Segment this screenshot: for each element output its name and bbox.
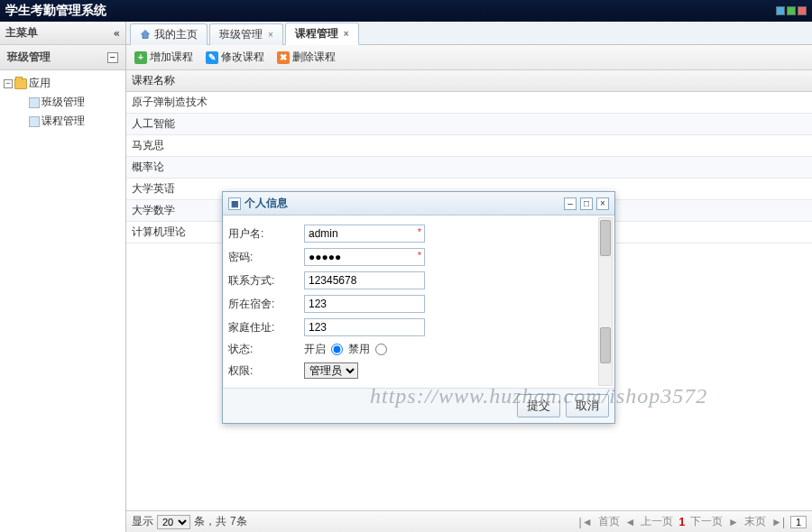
cell: 计算机理论: [132, 225, 186, 238]
sidebar-tree: − 应用 班级管理 课程管理: [0, 70, 125, 134]
tree-toggle-icon[interactable]: −: [4, 79, 13, 88]
dialog-footer: 提交 取消: [223, 388, 614, 423]
scroll-thumb-top[interactable]: [600, 220, 611, 256]
label-username: 用户名:: [228, 226, 304, 242]
form-row-address: 家庭住址:: [228, 318, 609, 336]
pager-next[interactable]: 下一页: [690, 514, 723, 529]
sidebar-accordion-header[interactable]: 班级管理 −: [0, 45, 125, 70]
radio-close-label: 禁用: [348, 342, 370, 357]
app-title: 学生考勤管理系统: [5, 3, 106, 19]
tree-root-label: 应用: [29, 76, 51, 91]
radio-open-label: 开启: [304, 342, 326, 357]
dorm-field[interactable]: [304, 295, 425, 313]
add-course-button[interactable]: + 增加课程: [132, 49, 196, 66]
address-field[interactable]: [304, 318, 425, 336]
delete-icon: ✖: [277, 51, 290, 64]
sidebar-title-bar: 主菜单 «: [0, 22, 125, 45]
plus-icon: +: [134, 51, 147, 64]
accordion-collapse-icon[interactable]: −: [107, 52, 118, 63]
theme-box-blue[interactable]: [776, 6, 785, 15]
tree-root[interactable]: − 应用: [0, 74, 125, 93]
pager-last[interactable]: 末页: [744, 514, 766, 529]
status-total-1: 条，共: [194, 514, 226, 529]
toolbar-label: 修改课程: [221, 50, 264, 65]
tab-close-icon[interactable]: ×: [344, 29, 349, 39]
scroll-thumb-bottom[interactable]: [600, 327, 611, 363]
tree-item-label: 班级管理: [42, 95, 85, 110]
status-show-label: 显示: [132, 514, 153, 529]
label-password: 密码:: [228, 250, 304, 265]
dialog-minimize-icon[interactable]: –: [564, 197, 577, 210]
header-indicator-boxes: [776, 6, 807, 15]
status-bar: 显示 20 条，共7条 |◄ 首页 ◄ 上一页 1 下一页 ► 末页 ►|: [126, 510, 812, 532]
tab-home[interactable]: 我的主页: [130, 23, 208, 45]
tree-item-course[interactable]: 课程管理: [0, 112, 125, 131]
sidebar: 主菜单 « 班级管理 − − 应用 班级管理 课程管理: [0, 22, 126, 532]
dialog-icon: ▦: [228, 197, 241, 210]
table-row[interactable]: 人工智能: [126, 114, 812, 135]
toolbar-label: 增加课程: [150, 50, 193, 65]
grid-header[interactable]: 课程名称: [126, 70, 812, 92]
tab-close-icon[interactable]: ×: [268, 30, 273, 40]
status-left: 显示 20 条，共7条: [132, 514, 247, 529]
pager-prev[interactable]: 上一页: [641, 514, 673, 529]
dialog-titlebar[interactable]: ▦ 个人信息 – □ ×: [223, 192, 614, 216]
delete-course-button[interactable]: ✖ 删除课程: [274, 49, 338, 66]
dialog-maximize-icon[interactable]: □: [580, 197, 593, 210]
password-field[interactable]: [304, 248, 425, 266]
grid-header-label: 课程名称: [132, 74, 175, 87]
pager-current: 1: [678, 516, 685, 528]
contact-field[interactable]: [304, 271, 425, 289]
table-row[interactable]: 马克思: [126, 135, 812, 157]
theme-box-red[interactable]: [798, 6, 807, 15]
form-row-role: 权限: 管理员: [228, 362, 609, 379]
dialog-scrollbar[interactable]: [598, 217, 613, 386]
label-status: 状态:: [228, 342, 304, 357]
home-icon: [140, 29, 151, 40]
sidebar-collapse-icon[interactable]: «: [114, 27, 120, 40]
pager-first[interactable]: 首页: [598, 514, 620, 529]
table-row[interactable]: 原子弹制造技术: [126, 92, 812, 114]
dialog-close-icon[interactable]: ×: [596, 197, 609, 210]
tab-class[interactable]: 班级管理 ×: [209, 23, 283, 45]
theme-box-green[interactable]: [787, 6, 796, 15]
status-open-radio[interactable]: [331, 344, 343, 355]
form-row-status: 状态: 开启 禁用: [228, 342, 609, 357]
cell: 概率论: [132, 161, 164, 173]
app-header: 学生考勤管理系统: [0, 0, 812, 22]
dialog-controls: – □ ×: [564, 197, 609, 210]
cell: 大学数学: [132, 204, 175, 216]
edit-course-button[interactable]: ✎ 修改课程: [203, 49, 267, 66]
label-dorm: 所在宿舍:: [228, 297, 304, 312]
cell: 大学英语: [132, 182, 175, 195]
toolbar-label: 删除课程: [292, 50, 336, 65]
status-close-radio[interactable]: [375, 344, 387, 355]
edit-icon: ✎: [206, 51, 218, 64]
tab-course[interactable]: 课程管理 ×: [285, 23, 359, 45]
page-size-select[interactable]: 20: [157, 515, 190, 529]
sidebar-title: 主菜单: [5, 25, 38, 41]
tab-bar: 我的主页 班级管理 × 课程管理 ×: [126, 22, 812, 45]
leaf-icon: [29, 97, 40, 108]
personal-info-dialog: ▦ 个人信息 – □ × 用户名: 密码: 联系方式: 所在宿舍: 家庭住址:: [222, 191, 615, 424]
tree-item-class[interactable]: 班级管理: [0, 93, 125, 112]
toolbar: + 增加课程 ✎ 修改课程 ✖ 删除课程: [126, 45, 812, 70]
cancel-button[interactable]: 取消: [566, 394, 609, 417]
dialog-body: 用户名: 密码: 联系方式: 所在宿舍: 家庭住址: 状态: 开启 禁用: [223, 216, 614, 388]
cell: 原子弹制造技术: [132, 96, 208, 108]
dialog-title-left: ▦ 个人信息: [228, 196, 288, 211]
tab-label: 课程管理: [295, 26, 338, 41]
table-row[interactable]: 概率论: [126, 157, 812, 179]
role-select[interactable]: 管理员: [304, 362, 358, 379]
leaf-icon: [29, 116, 40, 127]
pager-page-input[interactable]: [790, 516, 807, 528]
submit-button[interactable]: 提交: [517, 394, 560, 417]
dialog-title: 个人信息: [245, 196, 288, 211]
status-total-2: 7条: [230, 514, 247, 529]
form-row-password: 密码:: [228, 248, 609, 266]
accordion-label: 班级管理: [7, 50, 51, 65]
tab-label: 我的主页: [154, 27, 198, 42]
form-row-dorm: 所在宿舍:: [228, 295, 609, 313]
username-field[interactable]: [304, 225, 425, 243]
form-row-contact: 联系方式:: [228, 271, 609, 289]
